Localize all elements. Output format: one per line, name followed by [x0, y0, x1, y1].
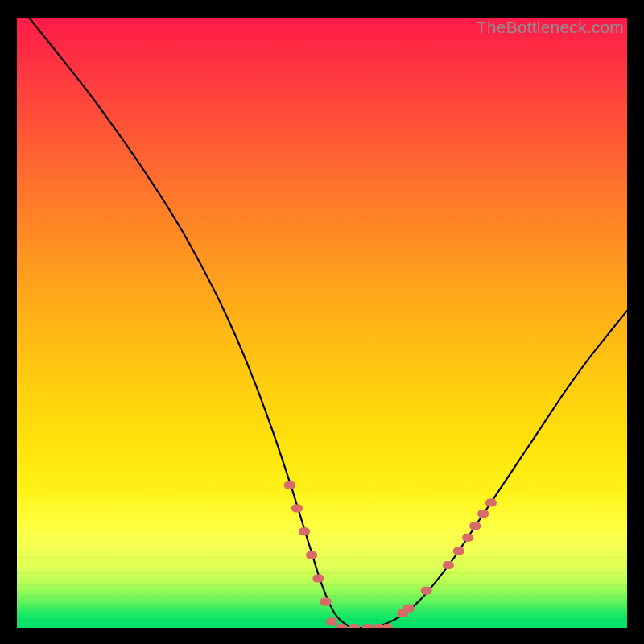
svg-rect-8: [17, 620, 627, 621]
highlight-dot: [469, 522, 481, 530]
highlight-dot: [485, 499, 497, 507]
highlight-dot: [299, 527, 310, 535]
highlight-dot: [421, 587, 432, 595]
chart-frame: TheBottleneck.com: [17, 18, 627, 628]
svg-rect-0: [17, 518, 627, 518]
highlight-dot: [477, 510, 489, 518]
highlight-dot: [312, 575, 324, 583]
svg-rect-3: [17, 572, 627, 573]
svg-rect-5: [17, 596, 627, 597]
highlight-dot: [320, 597, 332, 605]
svg-rect-2: [17, 557, 627, 558]
highlight-dot: [443, 561, 454, 569]
highlight-dot: [462, 534, 473, 542]
highlight-dot: [291, 504, 303, 512]
highlight-dot: [326, 617, 337, 625]
watermark-text: TheBottleneck.com: [477, 18, 624, 37]
highlight-dot: [306, 551, 317, 559]
svg-rect-7: [17, 613, 627, 613]
chart-svg: [17, 18, 627, 628]
svg-rect-1: [17, 539, 627, 539]
highlight-dot: [453, 547, 464, 555]
highlight-dot: [403, 605, 415, 613]
highlight-dot: [284, 481, 295, 489]
gradient-background: [17, 18, 627, 628]
